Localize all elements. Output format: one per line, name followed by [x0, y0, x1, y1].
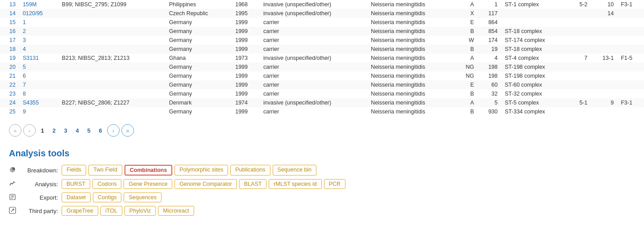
third-party-icon [9, 207, 16, 215]
breakdown-label: Breakdown: [18, 167, 58, 174]
export-tags: DatasetContigsSequences [62, 192, 162, 202]
table-row: 151Germany1999carrierNeisseria meningiti… [0, 18, 644, 27]
analysis-icon [9, 180, 16, 188]
third-party-tags: GrapeTreeiTOLPhyloVizMicroreact [62, 206, 194, 216]
export-row: Export: DatasetContigsSequences [9, 192, 635, 202]
table-row: 140120/95Czech Republic1995invasive (uns… [0, 9, 644, 18]
tag-microreact[interactable]: Microreact [158, 206, 194, 216]
table-row: 13159MB99; NIBSC_2795; Z1099Philippines1… [0, 0, 644, 9]
tag-contigs[interactable]: Contigs [93, 192, 121, 202]
isolates-table: 13159MB99; NIBSC_2795; Z1099Philippines1… [0, 0, 644, 116]
table-row: 173Germany1999carrierNeisseria meningiti… [0, 36, 644, 45]
tag-itol[interactable]: iTOL [100, 206, 122, 216]
export-label: Export: [18, 194, 58, 201]
analysis-tools-section: Analysis tools Breakdown: FieldsTwo Fiel… [0, 141, 644, 228]
breakdown-icon [9, 166, 16, 175]
third-party-label: Third party: [18, 208, 58, 214]
table-row: 259Germany1999carrierNeisseria meningiti… [0, 107, 644, 116]
table-row: 205Germany1999carrierNeisseria meningiti… [0, 63, 644, 71]
table-row: 216Germany1999carrierNeisseria meningiti… [0, 71, 644, 80]
tag-fields[interactable]: Fields [62, 165, 86, 176]
tag-phyloviz[interactable]: PhyloViz [125, 206, 156, 216]
table-row: 184Germany1999carrierNeisseria meningiti… [0, 45, 644, 54]
prev-page-btn[interactable]: ‹ [23, 124, 36, 137]
pagination: « ‹ 123456 › » [0, 116, 644, 141]
third-party-row: Third party: GrapeTreeiTOLPhyloVizMicror… [9, 206, 635, 216]
tag-burst[interactable]: BURST [62, 179, 90, 189]
tag-gene-presence[interactable]: Gene Presence [124, 179, 172, 189]
table-row: 162Germany1999carrierNeisseria meningiti… [0, 27, 644, 36]
tag-codons[interactable]: Codons [92, 179, 121, 189]
tag-grapetree[interactable]: GrapeTree [62, 206, 98, 216]
analysis-tools-title: Analysis tools [9, 148, 635, 159]
analysis-label: Analysis: [18, 181, 58, 188]
tag-sequences[interactable]: Sequences [124, 192, 162, 202]
page-number-2[interactable]: 2 [49, 126, 59, 135]
table-row: 238Germany1999carrierNeisseria meningiti… [0, 89, 644, 98]
tag-genome-comparator[interactable]: Genome Comparator [175, 179, 237, 189]
breakdown-tags: FieldsTwo FieldCombinationsPolymorphic s… [62, 165, 316, 176]
breakdown-row: Breakdown: FieldsTwo FieldCombinationsPo… [9, 165, 635, 176]
page-number-4[interactable]: 4 [72, 126, 82, 135]
table-row: 24S4355B227; NIBSC_2806; Z1227Denmark197… [0, 98, 644, 107]
tag-dataset[interactable]: Dataset [62, 192, 91, 202]
last-page-btn[interactable]: » [121, 124, 134, 137]
first-page-btn[interactable]: « [9, 124, 21, 137]
analysis-tags: BURSTCodonsGene PresenceGenome Comparato… [62, 179, 345, 189]
tag-publications[interactable]: Publications [230, 165, 270, 176]
tag-polymorphic-sites[interactable]: Polymorphic sites [175, 165, 228, 176]
page-number-5[interactable]: 5 [84, 126, 94, 135]
tag-blast[interactable]: BLAST [239, 179, 267, 189]
tag-pcr[interactable]: PCR [324, 179, 345, 189]
next-page-btn[interactable]: › [107, 124, 120, 137]
page-number-3[interactable]: 3 [61, 126, 71, 135]
page-number-1[interactable]: 1 [37, 126, 47, 135]
table-row: 227Germany1999carrierNeisseria meningiti… [0, 80, 644, 89]
tag-two-field[interactable]: Two Field [88, 165, 122, 176]
tag-combinations[interactable]: Combinations [125, 165, 172, 176]
tag-rmlst-species-id[interactable]: rMLST species id [269, 179, 321, 189]
page-number-6[interactable]: 6 [96, 126, 105, 135]
table-row: 19S3131B213; NIBSC_2813; Z1213Ghana1973i… [0, 54, 644, 63]
export-icon [9, 193, 16, 202]
isolates-table-container: 13159MB99; NIBSC_2795; Z1099Philippines1… [0, 0, 644, 116]
analysis-row: Analysis: BURSTCodonsGene PresenceGenome… [9, 179, 635, 189]
tag-sequence-bin[interactable]: Sequence bin [273, 165, 316, 176]
